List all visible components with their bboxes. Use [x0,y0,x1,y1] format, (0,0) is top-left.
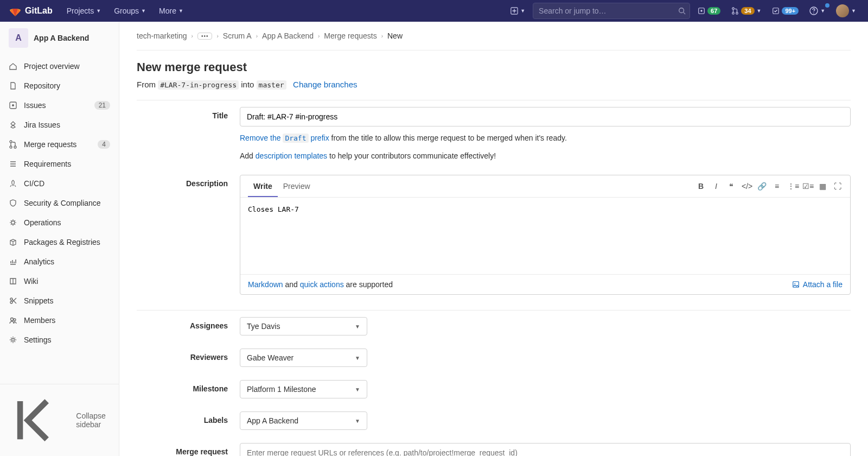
breadcrumb-more[interactable]: ••• [197,33,213,40]
chevron-right-icon: › [381,33,383,39]
chevron-right-icon: › [216,33,218,39]
sidebar-item-label: Wiki [24,277,110,286]
sidebar-item-label: Project overview [24,62,110,71]
sidebar-item-repository[interactable]: Repository [0,76,119,96]
change-branches-link[interactable]: Change branches [293,80,357,89]
chevron-down-icon: ▼ [355,324,360,330]
collapse-sidebar-button[interactable]: Collapse sidebar [0,384,119,456]
task-list-button[interactable]: ☑≡ [802,182,812,191]
search-input[interactable] [533,3,690,19]
svg-point-17 [10,301,12,303]
breadcrumb-item[interactable]: Scrum A [223,31,252,40]
numbered-list-button[interactable]: ⋮≡ [787,182,797,191]
svg-point-12 [10,141,12,143]
nav-more[interactable]: More▼ [154,3,189,18]
sidebar-item-label: Members [24,316,110,325]
search-icon[interactable] [678,7,686,15]
bullet-list-button[interactable]: ≡ [772,182,782,191]
sidebar-item-analytics[interactable]: Analytics [0,252,119,271]
table-button[interactable]: ▦ [818,182,827,191]
quote-button[interactable]: ❝ [726,182,736,191]
sidebar-item-merge-requests[interactable]: Merge requests4 [0,135,119,154]
gitlab-logo[interactable]: GitLab [9,4,53,17]
breadcrumb-item[interactable]: Merge requests [324,31,376,40]
remove-draft-link[interactable]: Remove the Draft prefix [240,134,329,142]
chevron-right-icon: › [256,33,258,39]
dependencies-input[interactable] [240,443,851,456]
nav-projects[interactable]: Projects▼ [61,3,107,18]
chevron-down-icon: ▼ [851,8,856,14]
breadcrumb-item[interactable]: App A Backend [262,31,314,40]
labels-dropdown[interactable]: App A Backend ▼ [240,411,367,430]
link-button[interactable]: 🔗 [757,182,767,191]
page-title: New merge request [137,60,851,74]
sidebar-item-label: Analytics [24,257,110,266]
sidebar-item-project-overview[interactable]: Project overview [0,56,119,76]
chevron-down-icon: ▼ [355,387,360,392]
breadcrumb-item[interactable]: tech-marketing [137,31,187,40]
svg-point-20 [12,339,15,341]
sidebar-item-label: Issues [24,101,88,110]
chevron-down-icon: ▼ [141,8,146,14]
description-templates-link[interactable]: description templates [256,151,327,160]
branch-info: From #LAR-7-in-progress into master Chan… [137,80,851,89]
merge-icon [731,7,739,15]
sidebar-item-label: Merge requests [24,140,91,149]
sidebar-item-label: Snippets [24,296,110,305]
bold-button[interactable]: B [696,182,706,191]
sidebar-item-wiki[interactable]: Wiki [0,271,119,291]
italic-button[interactable]: I [711,182,721,191]
reviewers-dropdown[interactable]: Gabe Weaver ▼ [240,349,367,367]
milestone-label: Milestone [137,380,240,398]
help-button[interactable]: ▼ [806,4,828,17]
breadcrumbs: tech-marketing › ••• › Scrum A › App A B… [137,22,851,50]
markdown-link[interactable]: Markdown [248,280,283,289]
svg-point-4 [732,8,735,10]
milestone-dropdown[interactable]: Platform 1 Milestone ▼ [240,380,367,398]
templates-help-text: Add description templates to help your c… [240,150,851,162]
sidebar-item-jira-issues[interactable]: Jira Issues [0,115,119,135]
sidebar-item-settings[interactable]: Settings [0,330,119,350]
sidebar-item-label: Jira Issues [24,121,110,129]
attach-file-button[interactable]: Attach a file [792,280,843,289]
sidebar-item-ci-cd[interactable]: CI/CD [0,174,119,193]
assignees-dropdown[interactable]: Tye Davis ▼ [240,317,367,335]
chevron-down-icon: ▼ [520,8,525,14]
preview-tab[interactable]: Preview [278,175,316,197]
sidebar-item-operations[interactable]: Operations [0,213,119,232]
question-icon [809,7,818,15]
book-icon [9,277,17,286]
labels-label: Labels [137,411,240,430]
chevron-down-icon: ▼ [96,8,101,14]
sidebar-item-security-compliance[interactable]: Security & Compliance [0,193,119,213]
markdown-help: Markdown and quick actions are supported [248,280,393,289]
user-menu[interactable]: ▼ [833,2,859,20]
nav-mr-count[interactable]: 34 ▼ [728,5,764,17]
sidebar-item-snippets[interactable]: Snippets [0,291,119,311]
new-button[interactable]: ▼ [507,5,528,17]
description-textarea[interactable] [248,205,843,265]
project-header[interactable]: A App A Backend [0,22,119,54]
gear-icon [9,335,17,344]
top-navbar: GitLab Projects▼ Groups▼ More▼ ▼ 67 34 ▼ [0,0,868,22]
svg-point-6 [736,12,738,15]
sidebar-item-label: CI/CD [24,179,110,188]
sidebar-item-members[interactable]: Members [0,311,119,330]
sidebar-item-requirements[interactable]: Requirements [0,154,119,174]
svg-point-3 [700,10,703,12]
nav-issues-count[interactable]: 67 [694,5,724,17]
nav-groups[interactable]: Groups▼ [108,3,151,18]
sidebar-item-label: Security & Compliance [24,199,110,207]
nav-todos-count[interactable]: 99+ [769,5,802,17]
write-tab[interactable]: Write [248,175,278,197]
title-input[interactable] [240,107,851,126]
sidebar-item-issues[interactable]: Issues21 [0,96,119,115]
reviewers-label: Reviewers [137,349,240,367]
sidebar-item-packages-registries[interactable]: Packages & Registries [0,232,119,252]
code-button[interactable]: </> [742,182,751,191]
chevron-down-icon: ▼ [178,8,183,14]
quick-actions-link[interactable]: quick actions [300,280,344,289]
description-editor: Write Preview B I ❝ </> 🔗 ≡ ⋮≡ ☑≡ ▦ [240,175,851,295]
fullscreen-button[interactable]: ⛶ [833,182,843,191]
target-branch: master [257,80,286,90]
